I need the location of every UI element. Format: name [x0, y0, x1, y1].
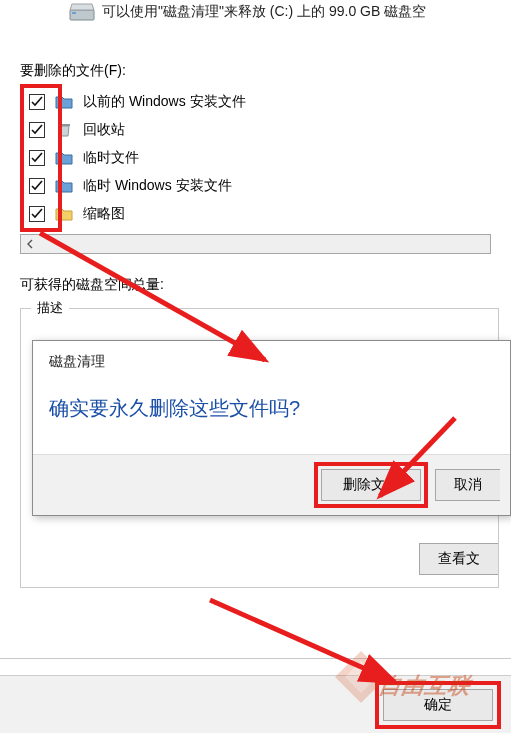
file-list: 以前的 Windows 安装文件 回收站 临时文件 临时 Windows 安装文…: [20, 88, 511, 228]
cancel-button[interactable]: 取消: [435, 469, 500, 501]
divider: [0, 658, 511, 659]
horizontal-scrollbar[interactable]: [20, 234, 491, 254]
folder-icon: [55, 178, 73, 194]
list-item[interactable]: 临时 Windows 安装文件: [20, 172, 511, 200]
dialog-button-bar: 删除文件 取消: [33, 454, 510, 515]
ok-button[interactable]: 确定: [383, 689, 493, 721]
dialog-message: 确实要永久删除这些文件吗?: [33, 371, 510, 454]
checkbox[interactable]: [29, 178, 45, 194]
folder-icon: [55, 94, 73, 110]
checkbox[interactable]: [29, 150, 45, 166]
list-item-label: 临时 Windows 安装文件: [83, 177, 232, 195]
svg-rect-2: [58, 124, 70, 126]
header-info-fragment: 可以使用"磁盘清理"来释放 (C:) 上的 99.0 GB 磁盘空: [0, 0, 511, 34]
list-item-label: 以前的 Windows 安装文件: [83, 93, 246, 111]
confirm-dialog: 磁盘清理 确实要永久删除这些文件吗? 删除文件 取消: [32, 340, 511, 516]
list-item-label: 临时文件: [83, 149, 139, 167]
svg-line-5: [210, 600, 395, 682]
svg-rect-0: [70, 10, 94, 20]
list-item[interactable]: 回收站: [20, 116, 511, 144]
checkbox[interactable]: [29, 122, 45, 138]
list-item-label: 缩略图: [83, 205, 125, 223]
checkbox[interactable]: [29, 206, 45, 222]
list-item-label: 回收站: [83, 121, 125, 139]
obtainable-space-label: 可获得的磁盘空间总量:: [20, 276, 511, 294]
list-item[interactable]: 缩略图: [20, 200, 511, 228]
drive-icon: [68, 0, 96, 24]
checkbox[interactable]: [29, 94, 45, 110]
dialog-title: 磁盘清理: [33, 341, 510, 371]
groupbox-title: 描述: [31, 299, 69, 317]
bottom-button-bar: 确定: [0, 675, 511, 733]
delete-files-button[interactable]: 删除文件: [321, 469, 421, 501]
recycle-bin-icon: [55, 122, 73, 138]
folder-icon: [55, 150, 73, 166]
list-item[interactable]: 临时文件: [20, 144, 511, 172]
scroll-left-icon[interactable]: [21, 235, 39, 253]
files-to-delete-label: 要删除的文件(F):: [20, 62, 511, 80]
folder-icon: [55, 206, 73, 222]
list-item[interactable]: 以前的 Windows 安装文件: [20, 88, 511, 116]
header-text: 可以使用"磁盘清理"来释放 (C:) 上的 99.0 GB 磁盘空: [102, 3, 426, 21]
svg-rect-1: [72, 12, 76, 14]
view-files-button[interactable]: 查看文: [419, 543, 498, 575]
